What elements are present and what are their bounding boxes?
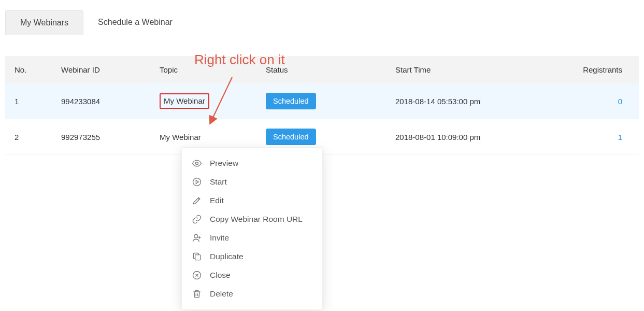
col-topic-header: Topic (160, 65, 266, 74)
cell-start-time: 2018-08-14 05:53:00 pm (395, 97, 577, 106)
webinar-table: No. Webinar ID Topic Status Start Time R… (5, 56, 639, 155)
cell-registrants: 1 (577, 133, 629, 142)
cell-topic[interactable]: My Webinar (160, 93, 266, 109)
cell-id: 994233084 (61, 97, 160, 106)
menu-preview[interactable]: Preview (187, 154, 307, 173)
menu-invite[interactable]: Invite (187, 229, 307, 247)
registrants-link[interactable]: 1 (618, 133, 622, 142)
cell-registrants: 0 (577, 97, 629, 106)
menu-duplicate[interactable]: Duplicate (187, 247, 307, 266)
svg-point-3 (194, 234, 198, 238)
col-status-header: Status (266, 65, 395, 74)
eye-icon (191, 158, 203, 169)
col-start-time-header: Start Time (395, 65, 577, 74)
svg-point-1 (196, 162, 198, 165)
cell-id: 992973255 (61, 133, 160, 142)
webinar-context-menu: Preview Start Edit Copy Webinar Room URL… (181, 147, 323, 310)
cell-status: Scheduled (266, 93, 395, 109)
table-row[interactable]: 1 994233084 My Webinar Scheduled 2018-08… (5, 83, 639, 119)
user-plus-icon (191, 232, 203, 244)
menu-label: Copy Webinar Room URL (210, 215, 303, 224)
menu-label: Duplicate (210, 252, 244, 261)
svg-rect-4 (195, 255, 201, 260)
menu-label: Edit (210, 196, 224, 205)
svg-point-2 (193, 178, 201, 186)
menu-label: Close (210, 271, 231, 280)
tab-schedule-webinar[interactable]: Schedule a Webinar (83, 10, 187, 35)
cell-no: 1 (15, 97, 61, 106)
col-webinar-id-header: Webinar ID (61, 65, 160, 74)
copy-icon (191, 251, 203, 262)
menu-edit[interactable]: Edit (187, 191, 307, 210)
menu-start[interactable]: Start (187, 173, 307, 191)
tabs-bar: My Webinars Schedule a Webinar (5, 10, 639, 35)
menu-delete[interactable]: Delete (187, 285, 307, 303)
trash-icon (191, 288, 203, 300)
cell-topic[interactable]: My Webinar (160, 133, 266, 142)
status-badge: Scheduled (266, 129, 316, 145)
status-badge: Scheduled (266, 93, 316, 109)
menu-close[interactable]: Close (187, 266, 307, 285)
menu-label: Start (210, 177, 227, 187)
tab-my-webinars[interactable]: My Webinars (5, 10, 83, 35)
pencil-icon (191, 195, 203, 206)
menu-copy-url[interactable]: Copy Webinar Room URL (187, 210, 307, 229)
topic-link-highlighted[interactable]: My Webinar (160, 93, 209, 109)
col-registrants-header: Registrants (577, 65, 629, 74)
cell-status: Scheduled (266, 129, 395, 145)
col-no-header: No. (15, 65, 61, 74)
link-icon (191, 214, 203, 225)
play-icon (191, 176, 203, 188)
table-header-row: No. Webinar ID Topic Status Start Time R… (5, 56, 639, 83)
cell-no: 2 (15, 133, 61, 142)
menu-label: Delete (210, 289, 233, 299)
menu-label: Invite (210, 233, 229, 243)
menu-label: Preview (210, 159, 238, 168)
topic-link[interactable]: My Webinar (160, 133, 201, 142)
close-circle-icon (191, 270, 203, 281)
cell-start-time: 2018-08-01 10:09:00 pm (395, 133, 577, 142)
registrants-link[interactable]: 0 (618, 97, 622, 106)
